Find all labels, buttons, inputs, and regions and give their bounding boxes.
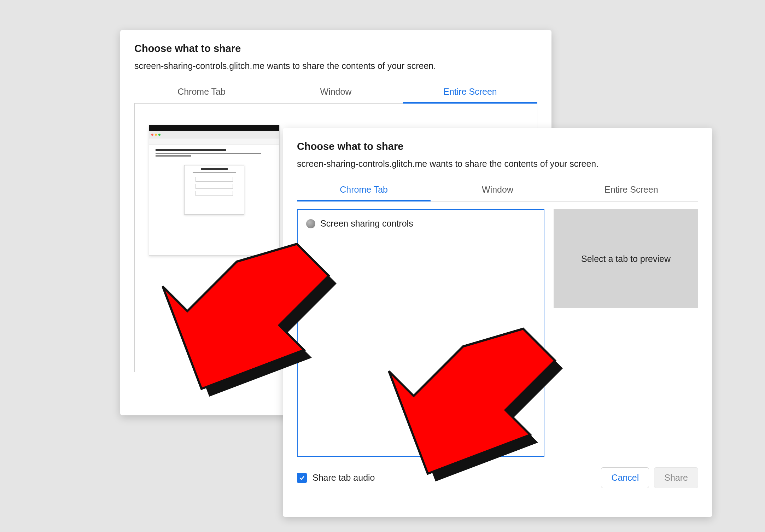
tab-window[interactable]: Window: [431, 180, 564, 201]
tab-chrome-tab[interactable]: Chrome Tab: [297, 180, 431, 201]
tab-entire-screen[interactable]: Entire Screen: [565, 180, 698, 201]
screen-thumbnail[interactable]: [149, 125, 280, 256]
tab-bar: Chrome Tab Window Entire Screen: [297, 180, 698, 201]
tab-chrome-tab[interactable]: Chrome Tab: [134, 82, 269, 103]
preview-area: Select a tab to preview: [554, 209, 698, 308]
tab-bar: Chrome Tab Window Entire Screen: [134, 82, 537, 104]
dialog-title: Choose what to share: [297, 141, 698, 152]
tab-list: Screen sharing controls: [297, 209, 544, 457]
share-button[interactable]: Share: [654, 467, 698, 488]
tab-window[interactable]: Window: [269, 82, 403, 103]
tab-item-label: Screen sharing controls: [320, 218, 413, 229]
tab-entire-screen[interactable]: Entire Screen: [403, 82, 537, 103]
tab-picker-body: Screen sharing controls Select a tab to …: [297, 209, 698, 457]
share-dialog-front: Choose what to share screen-sharing-cont…: [283, 128, 712, 517]
check-icon: [299, 475, 305, 481]
cancel-button[interactable]: Cancel: [601, 467, 649, 488]
share-audio-label: Share tab audio: [313, 473, 375, 483]
dialog-subtitle: screen-sharing-controls.glitch.me wants …: [134, 61, 537, 71]
dialog-footer: Share tab audio Cancel Share: [297, 467, 698, 488]
share-audio-checkbox[interactable]: [297, 473, 307, 483]
tab-list-item[interactable]: Screen sharing controls: [305, 216, 537, 231]
globe-icon: [306, 219, 315, 228]
dialog-subtitle: screen-sharing-controls.glitch.me wants …: [297, 159, 698, 169]
preview-placeholder: Select a tab to preview: [581, 254, 671, 264]
dialog-title: Choose what to share: [134, 43, 537, 54]
